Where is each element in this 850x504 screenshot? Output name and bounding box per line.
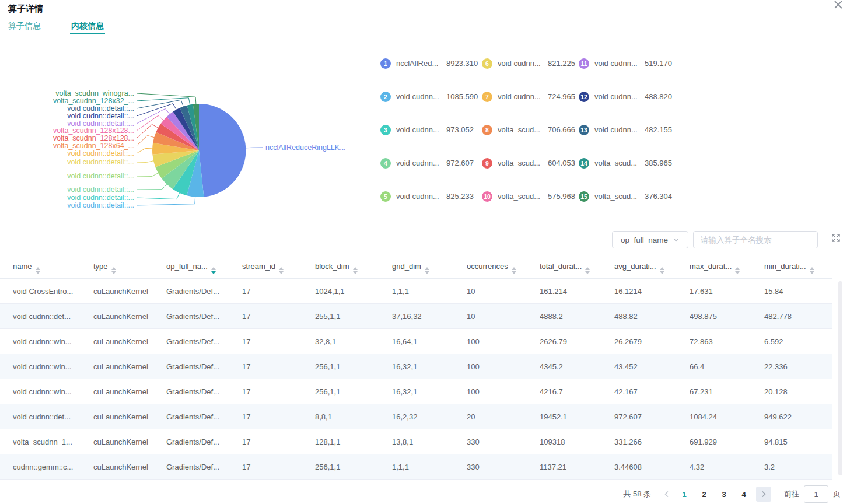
page-number-1[interactable]: 1 [678,490,690,499]
goto-page-input[interactable] [804,485,828,503]
legend-rank-badge: 9 [482,158,492,169]
table-cell: 330 [467,429,540,454]
sort-carets-icon[interactable] [660,267,664,274]
legend-item-4[interactable]: 4void cudnn...972.607 [380,146,478,180]
legend-item-6[interactable]: 6void cudnn...821.225 [482,47,575,80]
column-header-max_durat[interactable]: max_durat... [690,258,764,279]
table-row[interactable]: void cudnn::det...cuLaunchKernelGradient… [0,304,832,329]
table-cell: 42.167 [614,379,690,404]
table-row[interactable]: void cudnn::win...cuLaunchKernelGradient… [0,354,832,379]
legend-item-9[interactable]: 9volta_scud...604.053 [482,146,575,180]
legend-item-13[interactable]: 13void cudnn...482.155 [579,113,672,146]
column-header-total_durat[interactable]: total_durat... [540,258,614,279]
table-cell: 16.1214 [614,279,690,304]
table-cell: 1024,1,1 [315,279,392,304]
legend-item-15[interactable]: 15volta_scud...376.304 [579,180,672,213]
table-cell: 1137.21 [540,454,614,480]
table-cell: 43.452 [614,354,690,379]
sort-carets-icon[interactable] [36,267,40,274]
sort-carets-icon[interactable] [512,267,516,274]
search-input[interactable] [693,231,818,249]
sort-carets-icon[interactable] [279,267,284,274]
table-row[interactable]: void cudnn::det...cuLaunchKernelGradient… [0,404,832,429]
sort-carets-icon[interactable] [735,267,740,274]
column-header-stream_id[interactable]: stream_id [242,258,315,279]
legend-kernel-name: void cudnn... [594,92,643,101]
page-number-4[interactable]: 4 [738,490,750,499]
tab-operator-info[interactable]: 算子信息 [8,19,41,34]
table-row[interactable]: void cudnn::win...cuLaunchKernelGradient… [0,329,832,354]
column-header-block_dim[interactable]: block_dim [315,258,392,279]
sort-carets-icon[interactable] [810,267,814,274]
tab-kernel-info[interactable]: 内核信息 [71,19,104,34]
table-cell: 20 [467,404,540,429]
table-scrollbar[interactable] [838,281,842,475]
prev-page-button[interactable] [659,487,674,502]
next-page-button[interactable] [756,487,771,502]
legend-rank-badge: 11 [579,58,589,69]
legend-item-8[interactable]: 8volta_scud...706.666 [482,113,575,146]
legend-item-5[interactable]: 5void cudnn...825.233 [380,180,478,213]
column-header-name[interactable]: name [0,258,93,279]
page-number-3[interactable]: 3 [718,490,730,499]
legend-item-11[interactable]: 11void cudnn...519.170 [579,47,672,80]
legend-kernel-duration: 1085.590 [446,92,478,101]
table-row[interactable]: cudnn::gemm::c...cuLaunchKernelGradients… [0,454,832,480]
legend-kernel-name: void cudnn... [396,125,445,134]
legend-item-3[interactable]: 3void cudnn...973.052 [380,113,478,146]
table-row[interactable]: void CrossEntro...cuLaunchKernelGradient… [0,279,832,304]
table-cell: cuLaunchKernel [93,379,166,404]
table-cell: 331.266 [614,429,690,454]
table-cell: void cudnn::win... [0,379,93,404]
table-row[interactable]: void cudnn::win...cuLaunchKernelGradient… [0,379,832,404]
column-header-op_full_na[interactable]: op_full_na... [166,258,242,279]
filter-field-select[interactable]: op_full_name [612,231,688,249]
legend-item-7[interactable]: 7void cudnn...724.965 [482,80,575,113]
column-label: stream_id [242,262,275,271]
sort-carets-icon[interactable] [211,267,216,274]
table-cell: 17 [242,354,315,379]
column-header-avg_durati[interactable]: avg_durati... [614,258,690,279]
column-header-grid_dim[interactable]: grid_dim [392,258,467,279]
legend-item-10[interactable]: 10volta_scud...575.968 [482,180,575,213]
table-cell: 8,8,1 [315,404,392,429]
kernel-table-header: nametypeop_full_na...stream_idblock_dimg… [0,258,832,279]
table-cell: cuLaunchKernel [93,454,166,480]
sort-carets-icon[interactable] [353,267,358,274]
legend-kernel-duration: 724.965 [548,92,575,101]
table-cell: cuLaunchKernel [93,279,166,304]
legend-kernel-name: volta_scud... [498,192,547,201]
legend-kernel-name: volta_scud... [594,192,643,201]
column-header-occurrences[interactable]: occurrences [467,258,540,279]
table-cell: void cudnn::win... [0,354,93,379]
legend-item-2[interactable]: 2void cudnn...1085.590 [380,80,478,113]
legend-rank-badge: 14 [579,158,589,169]
legend-kernel-duration: 8923.310 [446,59,478,68]
legend-item-12[interactable]: 12void cudnn...488.820 [579,80,672,113]
column-header-type[interactable]: type [93,258,166,279]
table-cell: cuLaunchKernel [93,404,166,429]
table-cell: cuLaunchKernel [93,354,166,379]
page-number-2[interactable]: 2 [698,490,710,499]
filter-row: op_full_name [0,231,850,250]
sort-carets-icon[interactable] [111,267,116,274]
column-header-min_durati[interactable]: min_durati... [764,258,832,279]
kernel-table-body: void CrossEntro...cuLaunchKernelGradient… [0,279,832,480]
table-cell: 17.631 [690,279,764,304]
table-cell: 17 [242,304,315,329]
fullscreen-icon[interactable] [831,233,841,243]
sort-carets-icon[interactable] [585,267,590,274]
legend-item-1[interactable]: 1ncclAllRed...8923.310 [380,47,478,80]
table-cell: 972.607 [614,404,690,429]
table-cell: 2626.79 [540,329,614,354]
legend-kernel-duration: 385.965 [645,159,672,167]
table-cell: 17 [242,329,315,354]
legend-kernel-name: void cudnn... [396,192,445,201]
close-icon[interactable] [832,0,844,10]
table-row[interactable]: volta_scudnn_1...cuLaunchKernelGradients… [0,429,832,454]
table-cell: 37,16,32 [392,304,467,329]
legend-rank-badge: 15 [579,191,589,202]
sort-carets-icon[interactable] [425,267,429,274]
table-cell: 4888.2 [540,304,614,329]
legend-item-14[interactable]: 14volta_scud...385.965 [579,146,672,180]
